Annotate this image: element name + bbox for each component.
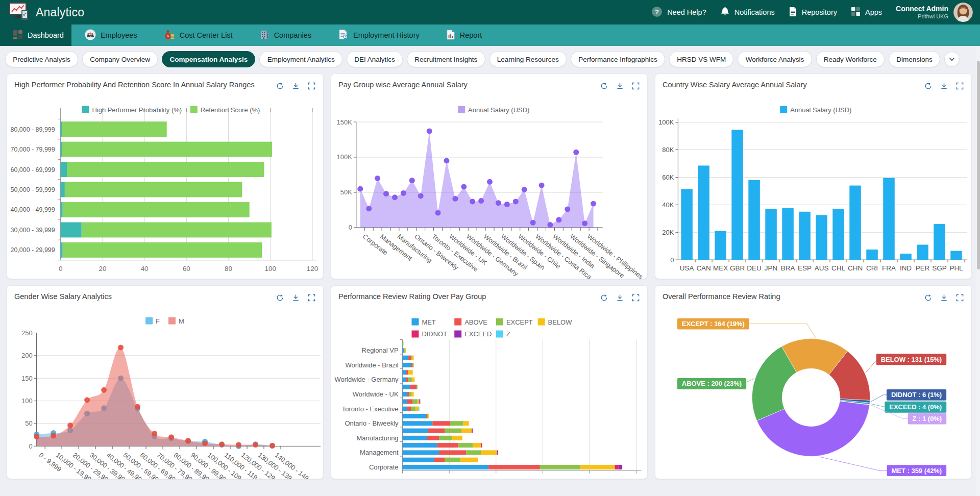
download-button[interactable]	[292, 82, 300, 90]
vertical-scrollbar[interactable]	[976, 46, 980, 496]
filter-chip-recruitment-insights[interactable]: Recruitment Insights	[407, 51, 485, 67]
repository-button[interactable]: Repository	[789, 7, 837, 18]
svg-text:40K: 40K	[662, 201, 674, 209]
employees-icon	[85, 29, 96, 42]
need-help-button[interactable]: ? Need Help?	[651, 6, 706, 19]
nav-tab-employment-history[interactable]: Employment History	[325, 24, 433, 46]
refresh-button[interactable]	[924, 82, 932, 90]
filter-chip-ready-workforce[interactable]: Ready Workforce	[816, 51, 885, 67]
download-button[interactable]	[292, 294, 300, 302]
expand-button[interactable]	[632, 82, 640, 90]
high-performer-retention-chart: High Performer Probability (%)Retention …	[7, 74, 323, 279]
nav-tab-report[interactable]: Report	[433, 24, 496, 46]
svg-text:Management: Management	[360, 449, 399, 456]
filter-chip-predictive-analysis[interactable]: Predictive Analysis	[5, 51, 78, 67]
notifications-label: Notifications	[734, 8, 775, 16]
nav-tab-companies-label: Companies	[274, 31, 311, 39]
cost-center-icon: $	[164, 29, 175, 42]
download-button[interactable]	[940, 82, 948, 90]
svg-text:Retention Score (%): Retention Score (%)	[201, 106, 260, 114]
nav-tab-report-label: Report	[460, 31, 482, 39]
svg-text:F: F	[156, 317, 160, 325]
card-tools	[600, 81, 640, 90]
filter-chip-learning-resources[interactable]: Learning Resources	[489, 51, 567, 67]
bell-icon	[720, 7, 730, 18]
svg-text:USA: USA	[680, 264, 694, 272]
filter-chip-dei-analytics[interactable]: DEI Analytics	[347, 51, 403, 67]
expand-button[interactable]	[956, 294, 964, 302]
filter-chip-dimensions[interactable]: Dimensions	[889, 51, 940, 67]
svg-text:EXCEED: EXCEED	[464, 330, 492, 338]
filter-chip-performance-infographics[interactable]: Performance Infographics	[571, 51, 665, 67]
svg-text:BELOW : 131 (15%): BELOW : 131 (15%)	[881, 356, 942, 363]
expand-button[interactable]	[632, 294, 640, 302]
expand-button[interactable]	[308, 82, 315, 90]
user-menu[interactable]: Connect Admin Prithwi UKG	[896, 3, 973, 22]
user-names: Connect Admin Prithwi UKG	[896, 5, 948, 20]
top-actions: ? Need Help? Notifications	[651, 3, 973, 22]
apps-button[interactable]: Apps	[851, 7, 882, 18]
svg-text:Worldwide - Brazil: Worldwide - Brazil	[345, 361, 398, 369]
svg-text:FRA: FRA	[882, 264, 896, 272]
svg-text:50K: 50K	[340, 188, 352, 196]
nav-tab-companies[interactable]: Companies	[246, 24, 325, 46]
svg-text:0: 0	[670, 256, 674, 264]
svg-text:120: 120	[307, 265, 318, 272]
card-title: High Performer Probability And Retention…	[14, 81, 255, 89]
app-root: Analytico ? Need Help?	[0, 0, 980, 479]
card-title: Country Wise Salary Average Annual Salar…	[663, 81, 807, 89]
user-org: Prithwi UKG	[896, 13, 948, 20]
svg-text:ABOVE: ABOVE	[464, 318, 487, 326]
nav-tab-cost-center-list-label: Cost Center List	[180, 31, 233, 39]
refresh-button[interactable]	[600, 294, 608, 302]
svg-text:ABOVE : 200 (23%): ABOVE : 200 (23%)	[682, 380, 742, 387]
expand-button[interactable]	[956, 82, 964, 90]
svg-text:100: 100	[21, 397, 33, 405]
svg-text:EXCEPT : 164 (19%): EXCEPT : 164 (19%)	[682, 320, 745, 328]
svg-text:Ontario - Biweekly: Ontario - Biweekly	[345, 419, 399, 427]
svg-text:100K: 100K	[337, 154, 353, 161]
card-gender-salary: FM0501001502002500 - 9,99910,000 - 19,99…	[7, 285, 324, 479]
expand-button[interactable]	[308, 294, 315, 302]
notifications-button[interactable]: Notifications	[720, 7, 775, 18]
svg-text:EXCEED : 4 (0%): EXCEED : 4 (0%)	[889, 403, 942, 411]
svg-text:200: 200	[21, 352, 33, 359]
svg-text:GBR: GBR	[730, 264, 745, 272]
svg-text:BELOW: BELOW	[548, 318, 573, 326]
svg-text:BRA: BRA	[781, 264, 795, 272]
svg-text:Annual Salary (USD): Annual Salary (USD)	[468, 106, 529, 114]
card-high-performer: High Performer Probability (%)Retention …	[7, 73, 324, 279]
nav-tab-cost-center-list[interactable]: $ Cost Center List	[151, 24, 246, 46]
filter-chip-employment-analytics[interactable]: Employment Analytics	[259, 51, 342, 67]
paygroup-salary-chart: Annual Salary (USD)050K100K150KCorporate…	[331, 74, 647, 279]
card-head: Performance Review Rating Over Pay Group	[331, 286, 647, 302]
svg-text:CHL: CHL	[831, 264, 845, 272]
card-tools	[276, 81, 315, 90]
download-button[interactable]	[616, 294, 624, 302]
nav-tab-dashboard[interactable]: Dashboard	[0, 24, 71, 46]
svg-text:PER: PER	[916, 264, 930, 272]
nav-tab-employees[interactable]: Employees	[71, 24, 151, 46]
chips-more-button[interactable]	[944, 52, 960, 67]
scrollbar-thumb[interactable]	[977, 61, 980, 269]
svg-text:Annual Salary (USD): Annual Salary (USD)	[790, 106, 851, 114]
refresh-button[interactable]	[276, 82, 284, 90]
svg-text:DEU: DEU	[747, 264, 761, 272]
refresh-button[interactable]	[924, 294, 932, 302]
filter-chip-company-overview[interactable]: Company Overview	[82, 51, 158, 67]
svg-text:MET: MET	[422, 318, 435, 326]
filter-chip-compensation-analysis[interactable]: Compensation Analysis	[162, 51, 255, 67]
svg-text:20K: 20K	[662, 229, 674, 236]
svg-text:Toronto - Executive: Toronto - Executive	[342, 405, 399, 413]
filter-chip-hrsd-vs-wfm[interactable]: HRSD VS WFM	[669, 51, 734, 67]
download-button[interactable]	[616, 82, 624, 90]
svg-text:SGP: SGP	[932, 264, 946, 272]
download-button[interactable]	[940, 294, 948, 302]
svg-text:CHN: CHN	[848, 264, 863, 272]
svg-text:40,000 - 49,999: 40,000 - 49,999	[10, 206, 55, 213]
refresh-button[interactable]	[600, 82, 608, 90]
filter-chip-workforce-analysis[interactable]: Workforce Analysis	[738, 51, 812, 67]
refresh-button[interactable]	[276, 294, 284, 302]
svg-text:JPN: JPN	[765, 264, 777, 272]
svg-text:$: $	[166, 34, 169, 38]
